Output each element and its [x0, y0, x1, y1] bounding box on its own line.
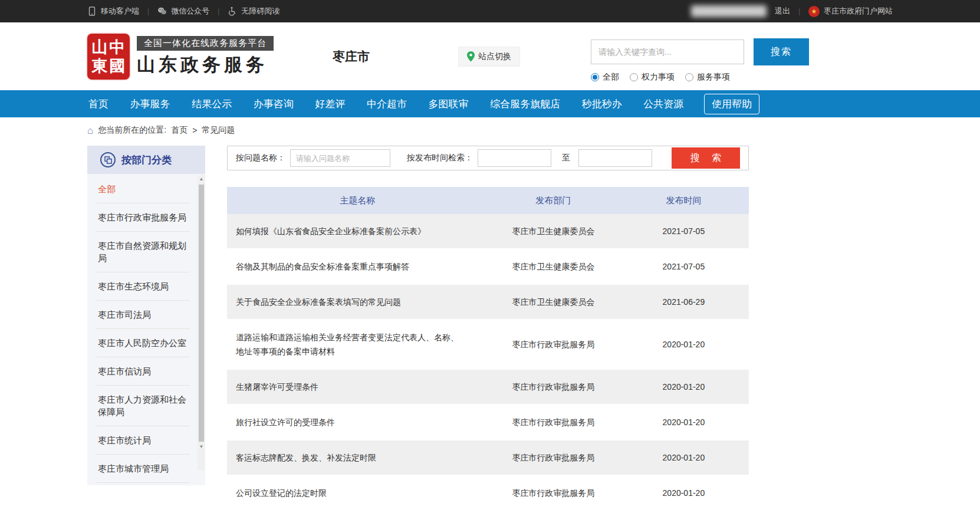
publish-department: 枣庄市行政审批服务局: [488, 369, 619, 405]
national-emblem-icon: ★: [808, 6, 820, 17]
site-switch-button[interactable]: 站点切换: [458, 47, 520, 67]
question-title-link[interactable]: 客运标志牌配发、换发、补发法定时限: [236, 453, 376, 462]
question-title-link[interactable]: 如何填报《山东省食品安全企业标准备案前公示表》: [236, 226, 426, 236]
breadcrumb-home-link[interactable]: 首页: [171, 125, 188, 136]
nav-item[interactable]: 综合服务旗舰店: [489, 95, 561, 113]
scope-radio-option[interactable]: 服务事项: [685, 72, 730, 83]
question-title-link[interactable]: 关于食品安全企业标准备案表填写的常见问题: [236, 297, 401, 307]
department-item[interactable]: 枣庄市行政审批服务局: [97, 203, 190, 232]
department-item[interactable]: 全部: [97, 175, 190, 203]
nav-item[interactable]: 首页: [87, 95, 110, 113]
nav-item[interactable]: 办事服务: [129, 95, 172, 113]
department-item[interactable]: 枣庄市信访局: [97, 357, 190, 386]
breadcrumb: ⌂ 您当前所在的位置: 首页 > 常见问题: [87, 125, 893, 136]
site-header: 山 中 東 國 全国一体化在线政务服务平台 山东政务服务 枣庄市 站点切换 搜索: [0, 22, 980, 90]
top-utility-bar: 移动客户端 | 微信公众号 | 无障碍阅读 退出 | ★: [0, 0, 980, 22]
table-header-row: 主题名称 发布部门 发布时间: [227, 187, 749, 214]
question-title-link[interactable]: 道路运输和道路运输相关业务经营者变更法定代表人、名称、地址等事项的备案申请材料: [236, 333, 459, 356]
question-title-link[interactable]: 旅行社设立许可的受理条件: [236, 417, 335, 427]
breadcrumb-prefix: 您当前所在的位置:: [98, 125, 166, 136]
department-list: 全部 枣庄市行政审批服务局 枣庄市自然资源和规划局 枣庄市生态环境局 枣庄市司法…: [87, 174, 205, 485]
accessibility-reading-link[interactable]: 无障碍阅读: [228, 6, 279, 17]
nav-item[interactable]: 秒批秒办: [581, 95, 623, 113]
faq-table: 主题名称 发布部门 发布时间 如何填报《山东省食品安全企业标准备案前公示表》 枣…: [227, 187, 749, 511]
column-header-department: 发布部门: [488, 187, 619, 214]
nav-item[interactable]: 中介超市: [366, 95, 408, 113]
search-scope-radio-group: 全部 权力事项 服务事项: [591, 72, 809, 83]
nav-item[interactable]: 公共资源: [642, 95, 685, 113]
publish-department: 枣庄市行政审批服务局: [488, 405, 619, 440]
radio-icon[interactable]: [630, 73, 638, 81]
scroll-down-icon[interactable]: ▼: [198, 443, 205, 451]
wechat-icon: [157, 6, 167, 16]
question-title-link[interactable]: 谷物及其制品的食品安全标准备案重点事项解答: [236, 262, 409, 271]
table-row: 谷物及其制品的食品安全标准备案重点事项解答 枣庄市卫生健康委员会 2021-07…: [227, 249, 749, 284]
publish-department: 枣庄市卫生健康委员会: [488, 249, 619, 284]
question-filter-bar: 按问题名称： 按发布时间检索： 至 搜 索: [227, 146, 749, 170]
site-logo[interactable]: 山 中 東 國 全国一体化在线政务服务平台 山东政务服务: [87, 34, 274, 80]
logout-link[interactable]: 退出: [775, 6, 790, 17]
scrollbar-thumb[interactable]: [199, 185, 204, 442]
table-row: 关于食品安全企业标准备案表填写的常见问题 枣庄市卫生健康委员会 2021-06-…: [227, 284, 749, 320]
date-to-input[interactable]: [578, 149, 652, 167]
keyword-search-input[interactable]: [591, 40, 744, 64]
platform-badge: 全国一体化在线政务服务平台: [137, 36, 274, 51]
breadcrumb-current: 常见问题: [202, 125, 235, 136]
column-header-title: 主题名称: [227, 187, 488, 214]
scope-radio-option[interactable]: 权力事项: [630, 72, 675, 83]
publish-date: 2021-07-05: [619, 214, 749, 249]
wheelchair-accessibility-icon: [228, 6, 237, 16]
publish-department: 枣庄市卫生健康委员会: [488, 284, 619, 320]
name-filter-label: 按问题名称：: [236, 153, 285, 163]
publish-date: 2020-01-20: [619, 320, 749, 369]
mobile-client-link[interactable]: 移动客户端: [87, 6, 139, 17]
nav-item[interactable]: 使用帮助: [704, 94, 759, 114]
table-row: 如何填报《山东省食品安全企业标准备案前公示表》 枣庄市卫生健康委员会 2021-…: [227, 214, 749, 249]
scroll-up-icon[interactable]: ▲: [198, 175, 205, 183]
table-row: 旅行社设立许可的受理条件 枣庄市行政审批服务局 2020-01-20: [227, 405, 749, 440]
department-item[interactable]: 枣庄市自然资源和规划局: [97, 232, 190, 272]
wechat-official-link[interactable]: 微信公众号: [157, 6, 209, 17]
username-redacted: [691, 5, 767, 17]
nav-item[interactable]: 多图联审: [427, 95, 470, 113]
radio-icon[interactable]: [591, 73, 599, 81]
publish-department: 枣庄市行政审批服务局: [488, 320, 619, 369]
category-icon: [100, 152, 116, 167]
date-from-input[interactable]: [478, 149, 551, 167]
radio-label: 全部: [603, 72, 619, 83]
radio-label: 权力事项: [642, 72, 675, 83]
city-portal-link[interactable]: ★ 枣庄市政府门户网站: [808, 6, 893, 17]
publish-date: 2020-01-20: [619, 440, 749, 475]
department-item[interactable]: 枣庄市司法局: [97, 301, 190, 329]
home-icon: ⌂: [87, 126, 93, 136]
location-pin-icon: [467, 51, 475, 62]
nav-item[interactable]: 结果公示: [190, 95, 233, 113]
question-name-input[interactable]: [290, 149, 390, 167]
department-item[interactable]: 枣庄市公安局: [97, 483, 190, 485]
department-item[interactable]: 枣庄市人民防空办公室: [97, 329, 190, 357]
radio-label: 服务事项: [697, 72, 730, 83]
department-item[interactable]: 枣庄市统计局: [97, 426, 190, 455]
table-row: 道路运输和道路运输相关业务经营者变更法定代表人、名称、地址等事项的备案申请材料 …: [227, 320, 749, 369]
department-item[interactable]: 枣庄市城市管理局: [97, 455, 190, 483]
publish-department: 枣庄市行政审批服务局: [488, 475, 619, 511]
radio-icon[interactable]: [685, 73, 693, 81]
sidebar-scrollbar[interactable]: ▲ ▼: [198, 175, 205, 470]
header-search-button[interactable]: 搜索: [754, 38, 809, 65]
department-item[interactable]: 枣庄市人力资源和社会保障局: [97, 386, 190, 426]
question-title-link[interactable]: 公司设立登记的法定时限: [236, 488, 327, 498]
department-item[interactable]: 枣庄市生态环境局: [97, 272, 190, 301]
nav-item[interactable]: 好差评: [314, 95, 346, 113]
table-row: 客运标志牌配发、换发、补发法定时限 枣庄市行政审批服务局 2020-01-20: [227, 440, 749, 475]
breadcrumb-separator: >: [192, 126, 197, 135]
sidebar-title: 按部门分类: [121, 153, 172, 167]
nav-item[interactable]: 办事咨询: [252, 95, 295, 113]
separator: |: [798, 7, 800, 15]
publish-date: 2020-01-20: [619, 405, 749, 440]
site-title: 山东政务服务: [137, 52, 274, 77]
question-title-link[interactable]: 生猪屠宰许可受理条件: [236, 382, 318, 392]
date-to-label: 至: [562, 153, 570, 163]
filter-search-button[interactable]: 搜 索: [672, 147, 740, 169]
scope-radio-option[interactable]: 全部: [591, 72, 619, 83]
date-filter-label: 按发布时间检索：: [407, 153, 473, 163]
